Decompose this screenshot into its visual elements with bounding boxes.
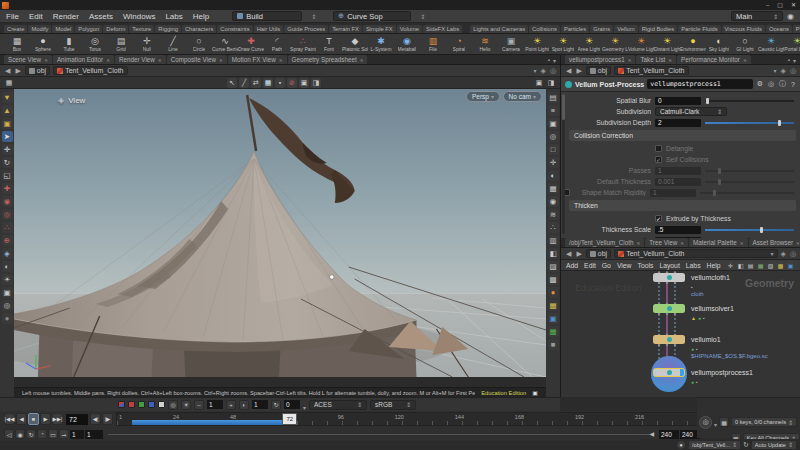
shelf-tool[interactable]: ✱ L-System	[368, 34, 394, 54]
display-option-icon[interactable]: ✛	[548, 157, 559, 168]
zoom-menu-icon[interactable]	[714, 413, 717, 431]
range-slider[interactable]: ◀	[108, 434, 654, 435]
shelf-tab[interactable]: Oceans	[766, 25, 792, 33]
viewport-tool-icon[interactable]: ∴	[2, 222, 13, 233]
display-option-icon[interactable]: ▥	[548, 235, 559, 246]
shelf-tool[interactable]: ∴ Spray Paint	[290, 34, 316, 54]
display-option-icon[interactable]: ▦	[548, 300, 559, 311]
node-lock-icon[interactable]: ▪	[691, 284, 693, 290]
menu-item[interactable]: Help	[193, 12, 209, 21]
pane-tab[interactable]: Asset Browser	[749, 238, 800, 247]
thickness-scale-slider[interactable]	[705, 226, 796, 234]
go-to-end-button[interactable]: ▶▶|	[52, 413, 63, 425]
lut-selector[interactable]: ACES	[309, 400, 367, 410]
snap-option-icon[interactable]: ▣	[299, 78, 309, 88]
subdivision-depth-slider[interactable]	[705, 119, 796, 127]
snap-option-icon[interactable]: ⇄	[251, 78, 261, 88]
shelf-tool[interactable]: ◆ Platonic Solids	[342, 34, 368, 54]
net-sticky-icon[interactable]: ▩	[776, 261, 785, 270]
shelf-tab[interactable]: Rigging	[155, 25, 181, 33]
tool-spinner-icon[interactable]	[420, 12, 425, 21]
info-icon[interactable]: ⓘ	[778, 79, 787, 89]
brightness-icon[interactable]: ☀	[181, 400, 191, 410]
warning-icon[interactable]: ▲	[691, 315, 696, 321]
display-option-icon[interactable]: ■	[548, 339, 559, 350]
forward-icon[interactable]: ▶	[575, 250, 582, 258]
shelf-tab[interactable]: Grains	[590, 25, 613, 33]
viewport-tool-icon[interactable]: ▼	[2, 92, 13, 103]
menu-item[interactable]: Edit	[29, 12, 43, 21]
breadcrumb-node[interactable]: Tent_Vellum_Cloth	[614, 66, 688, 75]
display-option-icon[interactable]: ≋	[548, 209, 559, 220]
shelf-tab[interactable]: Viscous Fluids	[722, 25, 765, 33]
shelf-tab[interactable]: Lights and Cameras	[470, 25, 528, 33]
colorspace-selector[interactable]: sRGB	[370, 400, 416, 410]
display-option-icon[interactable]: ▤	[548, 92, 559, 103]
help-toggle-icon[interactable]: ▣	[532, 389, 538, 396]
play-button[interactable]: ▶	[40, 413, 51, 425]
shelf-tool[interactable]: ◎ Torus	[82, 34, 108, 54]
shelf-tool[interactable]: ☀ Area Light	[576, 34, 602, 54]
node-vellumpostprocess[interactable]	[653, 368, 685, 377]
shelf-tool[interactable]: ∿ Curve Bezier	[212, 34, 238, 54]
range-step-field[interactable]: 1	[85, 430, 103, 439]
net-view-icon[interactable]: ▣	[786, 261, 795, 270]
network-menu-item[interactable]: Labs	[686, 262, 701, 269]
breadcrumb-root[interactable]: obj	[586, 249, 611, 258]
tab-close-icon[interactable]	[219, 56, 223, 63]
desktop-menu[interactable]: Main	[731, 11, 783, 21]
viewport-tool-icon[interactable]: ◎	[2, 209, 13, 220]
breadcrumb-node[interactable]: Tent_Vellum_Cloth	[614, 249, 777, 258]
shelf-tab[interactable]: Texture	[129, 25, 154, 33]
pane-tab[interactable]: Motion FX View	[228, 55, 287, 64]
viewport-tool-icon[interactable]: ✛	[2, 144, 13, 155]
viewport-tool-icon[interactable]: ☀	[2, 274, 13, 285]
tab-close-icon[interactable]	[628, 56, 632, 63]
camera-options-icon[interactable]: ◨	[546, 78, 556, 88]
shelf-tab[interactable]: Volume	[397, 25, 422, 33]
shape-match-field[interactable]: 1	[650, 189, 696, 197]
shelf-tab[interactable]: Hair Utils	[254, 25, 284, 33]
shelf-tool[interactable]: ☀ Caustic Light	[758, 34, 784, 54]
shelf-tool[interactable]: ◜ Path	[264, 34, 290, 54]
gamma-plus-button[interactable]: +	[226, 400, 236, 410]
snap-option-icon[interactable]: ◨	[311, 78, 321, 88]
display-option-icon[interactable]: ▦	[548, 183, 559, 194]
menu-item[interactable]: Labs	[165, 12, 182, 21]
network-menu-item[interactable]: Layout	[659, 262, 679, 269]
follow-icon[interactable]: ◉	[15, 429, 25, 439]
viewport-tool-icon[interactable]: ◐	[2, 261, 13, 272]
default-thickness-field[interactable]: 0.001	[655, 178, 701, 186]
shelf-tab[interactable]: Model	[52, 25, 74, 33]
shelf-tool[interactable]: ☀ Geometry Light	[602, 34, 628, 54]
display-option-icon[interactable]: ◐	[548, 170, 559, 181]
viewport-tool-icon[interactable]: ↻	[2, 157, 13, 168]
pane-maximize-icon[interactable]: ▪	[548, 57, 550, 64]
scrollbar[interactable]	[562, 94, 565, 234]
path-menu-icon[interactable]	[773, 67, 776, 75]
scoped-channels-icon[interactable]: ▦	[719, 417, 729, 427]
viewport-tool-icon[interactable]: ⊕	[2, 235, 13, 246]
display-option-icon[interactable]: ∴	[548, 222, 559, 233]
subdivision-depth-field[interactable]: 2	[655, 119, 701, 127]
timeline-ruler[interactable]: 1244896120144168192216 72	[116, 412, 698, 426]
shelf-tool[interactable]: ✛ Null	[134, 34, 160, 54]
channel-blue-icon[interactable]	[148, 401, 155, 408]
shelf-tab[interactable]: Create	[4, 25, 27, 33]
display-option-icon[interactable]: ▣	[548, 313, 559, 324]
spatial-blur-field[interactable]: 0	[655, 97, 701, 105]
current-frame-field[interactable]: 72	[66, 414, 88, 425]
menu-item[interactable]: Windows	[123, 12, 155, 21]
pin-icon[interactable]: ◈	[781, 67, 786, 75]
shelf-tool[interactable]: ▦ Box	[4, 34, 30, 54]
snap-option-icon[interactable]: ↖	[227, 78, 237, 88]
viewport-tool-icon[interactable]: ▲	[2, 105, 13, 116]
pane-tab[interactable]: Scene View	[4, 55, 52, 64]
path-menu-icon[interactable]	[533, 67, 536, 75]
tab-close-icon[interactable]	[680, 239, 684, 246]
projection-selector[interactable]: Persp	[466, 91, 500, 102]
node-lock-icon[interactable]: ▪	[696, 379, 698, 385]
shelf-tab[interactable]: Modify	[28, 25, 51, 33]
viewport[interactable]: ◈ View Persp No cam Left mouse tumbles. …	[14, 89, 546, 397]
stop-button[interactable]: ■	[28, 413, 39, 425]
